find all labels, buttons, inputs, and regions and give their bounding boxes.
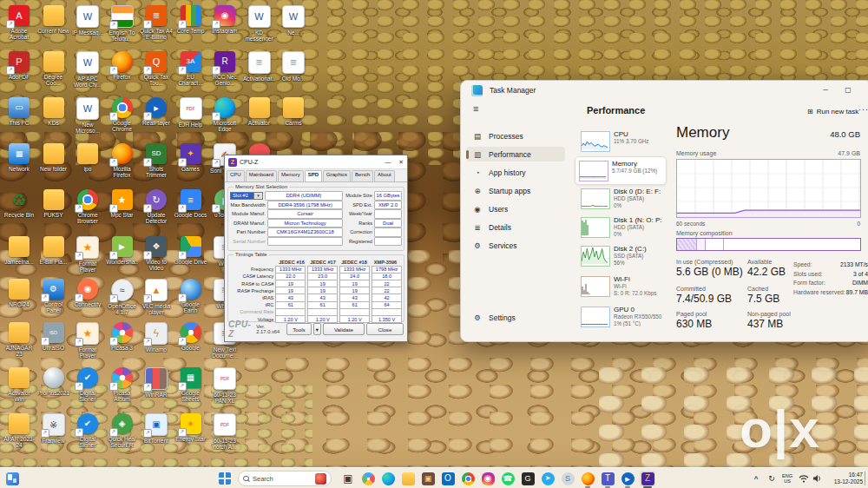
tray-sync-icon[interactable]: ↻	[766, 468, 778, 488]
desktop-icon-ne[interactable]: WNe...	[277, 5, 310, 36]
desktop-icon-digital-signer-service-4-1-7[interactable]: ✔↗Digital Signer Service 4.1.7	[71, 367, 104, 402]
desktop-icon-quick-tax-tou[interactable]: Q↗Quick Tax Tou...	[140, 51, 173, 86]
perf-item-disk-1-n-o-p-q[interactable]: Disk 1 (N: O: P: Q:)HDD (SATA)0%	[577, 214, 664, 241]
desktop-icon-firefox[interactable]: ↗Firefox	[106, 51, 139, 80]
sidebar-item-app-history[interactable]: ◔App history	[466, 165, 565, 180]
desktop-icon-games[interactable]: ✦↗Games	[174, 143, 207, 172]
taskbar-icon-whatsapp[interactable]: ☎	[500, 471, 516, 486]
desktop-icon-recycle-bin[interactable]: ♻Recycle Bin	[3, 189, 36, 218]
desktop-icon-activator[interactable]: Activator	[243, 97, 276, 126]
search-input[interactable]: Search	[238, 471, 332, 486]
taskbar-icon-epic-games[interactable]: G	[520, 471, 536, 486]
desktop-icon-new-microso[interactable]: WNew Microso...	[71, 97, 104, 134]
widgets-button[interactable]	[4, 471, 20, 486]
desktop-icon-core-temp[interactable]: ↗Core Temp	[174, 5, 207, 34]
tools-dropdown-arrow[interactable]: ▾	[313, 323, 321, 335]
cpuz-minimize-button[interactable]: —	[385, 159, 391, 165]
desktop-icon-google-chrome[interactable]: ↗Google Chrome	[106, 97, 139, 132]
taskbar-icon-chrome[interactable]	[460, 471, 476, 486]
volume-icon[interactable]	[811, 468, 825, 488]
sidebar-item-processes[interactable]: ▤Processes	[466, 129, 565, 143]
tools-button[interactable]: Tools	[286, 323, 311, 335]
desktop-icon-mpc-star[interactable]: ★↗Mpc Star	[106, 189, 139, 218]
start-button[interactable]	[217, 471, 233, 486]
tray-clock[interactable]: 16:47 13-12-2025	[826, 468, 863, 488]
sidebar-item-details[interactable]: ≣Details	[466, 220, 565, 234]
taskbar-icon-teams[interactable]: T	[600, 471, 615, 486]
desktop-icon-rcc-nec-genio[interactable]: R↗RCC Nec Genio...	[208, 51, 241, 86]
desktop-icon-fragview[interactable]: ※↗Fragview	[37, 413, 70, 444]
desktop-icon-ip-messag[interactable]: WIP Messag...	[71, 5, 104, 36]
cpuz-tab-graphics[interactable]: Graphics	[323, 170, 351, 181]
tray-language-switcher[interactable]: ENG US	[779, 468, 795, 488]
desktop-icon-jameelna[interactable]: Jameelna...	[3, 236, 36, 265]
cpuz-tab-bench[interactable]: Bench	[352, 170, 373, 181]
desktop-icon-microsoft-edge[interactable]: ↗Microsoft Edge	[208, 97, 241, 132]
desktop-icon-shots-trimmer[interactable]: SD↗Shots Trimmer	[140, 143, 173, 178]
desktop-icon-winrar[interactable]: ↗WinRAR	[140, 367, 173, 398]
taskbar-icon-task-view[interactable]: ▣	[340, 471, 356, 486]
maximize-button[interactable]: ▢	[838, 81, 858, 98]
desktop-icon-ap-apc-word-cty[interactable]: WAP APC Word Cty...	[71, 51, 104, 88]
taskbar-icon-realplayer[interactable]: ▸	[620, 471, 635, 486]
desktop-icon-adopdf[interactable]: P↗AdoPDF	[3, 51, 36, 80]
taskbar-icon-copilot[interactable]	[360, 471, 376, 486]
tray-chevron-up-icon[interactable]: ^	[750, 468, 762, 488]
minimize-button[interactable]: ─	[815, 81, 836, 98]
taskbar-icon-skype[interactable]: S	[560, 471, 575, 486]
desktop-icon-60-11-23-pan-xl[interactable]: PDF60-11-23 PAN XL	[208, 367, 241, 404]
desktop-icon-puksy[interactable]: PUKSY	[37, 189, 70, 218]
desktop-icon-this-pc[interactable]: ▭This PC	[3, 97, 36, 126]
desktop-icon-realplayer[interactable]: ▸↗RealPlayer	[140, 97, 173, 126]
desktop-icon-google-earth[interactable]: ↗Google Earth	[174, 279, 207, 313]
desktop-icon-activator-win[interactable]: Activator Win	[3, 367, 36, 402]
sidebar-item-users[interactable]: ◉Users	[466, 201, 565, 216]
desktop-icon-digital-signer-service-2-0-1[interactable]: ✔↗Digital Signer Service 2.0.1	[71, 413, 104, 448]
taskbar-icon-package-app[interactable]: ▣	[420, 471, 436, 486]
desktop-icon-ajnagar-23[interactable]: AJNAGAR 23	[3, 322, 36, 357]
taskbar-icon-firefox[interactable]	[580, 471, 595, 486]
cpuz-tab-about[interactable]: About	[374, 170, 395, 181]
desktop-icon-update-detector[interactable]: ↻↗Update Detector	[140, 189, 173, 224]
desktop-icon-google-docs[interactable]: ≡↗Google Docs	[174, 189, 207, 218]
desktop-icon-energy-star[interactable]: ✶↗Energy Star	[174, 413, 207, 442]
desktop-icon-old-mo[interactable]: ≣Old Mo...	[277, 51, 310, 82]
desktop-icon-eu-charact[interactable]: 3A↗EU Charact...	[174, 51, 207, 86]
desktop-icon-google-sheets[interactable]: ▦↗Google Sheets	[174, 367, 207, 402]
desktop-icon-google[interactable]: ↗Google	[174, 322, 207, 351]
desktop-icon-video-to-video-converter[interactable]: ❖↗Video to Video Converter	[140, 236, 173, 271]
show-desktop-button[interactable]	[865, 472, 868, 485]
desktop-icon-kd-messenger[interactable]: WKD messenger	[243, 5, 276, 42]
desktop-icon-current-new[interactable]: Current New	[37, 5, 70, 34]
desktop-icon-activationat[interactable]: ≣Activationat...	[243, 51, 276, 88]
desktop-icon-proplus2021[interactable]: ProPlus2021	[37, 367, 70, 396]
desktop-icon-vlc-media-player[interactable]: ▲↗VLC media player	[140, 279, 173, 315]
cpuz-close-button[interactable]: ✕	[398, 159, 404, 166]
desktop-icon-network[interactable]: ▦Network	[3, 143, 36, 172]
task-manager-titlebar[interactable]: Task Manager	[461, 81, 868, 100]
perf-item-memory[interactable]: Memory5.7/47.9 GB (12%)	[575, 156, 667, 185]
desktop-icon-ultraiso[interactable]: ISO↗UltraISO	[37, 322, 70, 351]
taskbar-icon-file-explorer[interactable]	[400, 471, 416, 486]
perf-item-disk-2-c[interactable]: Disk 2 (C:)SSD (SATA)56%	[577, 242, 664, 269]
sidebar-item-startup-apps[interactable]: ⊕Startup apps	[466, 183, 565, 198]
desktop-icon-nrc-24[interactable]: NRC-24	[3, 279, 36, 307]
cpuz-titlebar[interactable]: Z CPU-Z — ✕	[225, 155, 407, 169]
desktop-icon-ejh-help[interactable]: PDFEJH Help	[174, 97, 207, 128]
desktop-icon-picasa-3[interactable]: ↗Picasa 3	[106, 322, 139, 351]
cpuz-tab-mainboard[interactable]: Mainboard	[246, 170, 277, 181]
desktop-icon-e-bill-pla[interactable]: E-Bill Pla...	[37, 236, 70, 265]
desktop-icon-picasa-album-downloader[interactable]: ↗Picasa Album Downloader	[106, 367, 139, 402]
desktop-icon-kds[interactable]: KDs	[37, 97, 70, 126]
perf-item-wi-fi[interactable]: Wi-FiWi-FiS: 0 R: 72.0 Kbps	[577, 273, 664, 300]
desktop-icon-control-panel[interactable]: ⚙↗Control Panel	[37, 279, 70, 313]
desktop-icon-degree-coo[interactable]: Degree Coo...	[37, 51, 70, 86]
desktop-icon-mozilla-firefox[interactable]: ↗Mozilla Firefox	[106, 143, 139, 178]
desktop-icon-instagram[interactable]: ◉↗Instagram	[208, 5, 241, 34]
hamburger-menu-icon[interactable]: ≡	[473, 103, 478, 114]
desktop-icon-winamp[interactable]: ϟ↗Winamp	[140, 322, 173, 353]
taskbar-icon-edge[interactable]	[380, 471, 396, 486]
desktop-icon-carms[interactable]: Carms	[277, 97, 310, 126]
sidebar-item-settings[interactable]: ⚙ Settings	[466, 310, 565, 325]
close-button[interactable]: ✕	[860, 81, 868, 98]
